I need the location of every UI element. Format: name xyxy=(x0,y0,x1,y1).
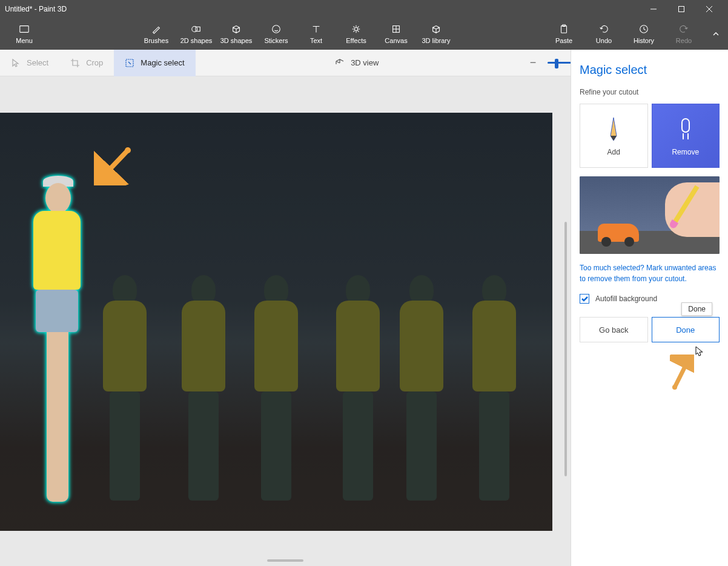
2d-shapes-tool[interactable]: 2D shapes xyxy=(176,18,216,50)
svg-line-19 xyxy=(675,361,688,387)
svg-rect-6 xyxy=(196,27,200,31)
canvas[interactable] xyxy=(0,113,552,531)
background-person xyxy=(103,275,147,501)
window-title: Untitled* - Paint 3D xyxy=(5,5,640,13)
background-person xyxy=(400,275,443,501)
magic-select-button[interactable]: Magic select xyxy=(114,50,195,76)
brushes-tool[interactable]: Brushes xyxy=(136,18,176,50)
demo-illustration xyxy=(580,176,720,254)
zoom-out-button[interactable]: − xyxy=(527,56,539,69)
panel-title: Magic select xyxy=(580,63,720,77)
background-person xyxy=(336,275,380,501)
horizontal-scrollbar[interactable] xyxy=(0,555,571,566)
svg-rect-1 xyxy=(679,7,684,12)
3d-view-button[interactable]: 3D view xyxy=(324,50,389,76)
minimize-button[interactable] xyxy=(640,0,667,18)
undo-button[interactable]: Undo xyxy=(584,18,624,50)
svg-rect-4 xyxy=(20,26,28,33)
3d-library-tool[interactable]: 3D library xyxy=(416,18,456,50)
background-person xyxy=(472,275,516,501)
close-button[interactable] xyxy=(695,0,723,18)
background-person xyxy=(182,275,225,501)
redo-button: Redo xyxy=(664,18,704,50)
annotation-arrow-icon xyxy=(670,355,694,393)
panel-subtitle: Refine your cutout xyxy=(580,88,720,96)
ribbon-right: Paste Undo History Redo xyxy=(544,18,704,50)
cursor-icon xyxy=(695,346,704,359)
text-tool[interactable]: Text xyxy=(296,18,336,50)
title-bar: Untitled* - Paint 3D xyxy=(0,0,728,18)
svg-rect-16 xyxy=(682,119,689,132)
go-back-button[interactable]: Go back xyxy=(580,317,648,342)
ribbon-tools: Brushes 2D shapes 3D shapes Stickers Tex… xyxy=(136,18,456,50)
svg-line-14 xyxy=(105,150,128,175)
annotation-arrow-icon xyxy=(94,143,136,188)
svg-point-7 xyxy=(273,25,280,33)
maximize-button[interactable] xyxy=(667,0,695,18)
done-button[interactable]: Done xyxy=(652,317,720,342)
checkbox-icon xyxy=(580,294,589,304)
canvas-tool[interactable]: Canvas xyxy=(376,18,416,50)
svg-point-8 xyxy=(354,27,357,30)
selected-cutout[interactable] xyxy=(33,176,81,502)
done-tooltip: Done xyxy=(681,302,712,316)
menu-button[interactable]: Menu xyxy=(0,18,48,50)
remove-tool[interactable]: Remove xyxy=(652,104,720,168)
panel-description: Too much selected? Mark unwanted areas t… xyxy=(580,262,720,284)
background-person xyxy=(254,275,298,501)
paste-button[interactable]: Paste xyxy=(544,18,584,50)
3d-shapes-tool[interactable]: 3D shapes xyxy=(216,18,256,50)
svg-point-15 xyxy=(125,147,131,153)
history-button[interactable]: History xyxy=(624,18,664,50)
side-panel: Magic select Refine your cutout Add Remo… xyxy=(571,50,728,566)
vertical-scrollbar[interactable] xyxy=(564,222,567,476)
ribbon: Menu Brushes 2D shapes 3D shapes Sticker… xyxy=(0,18,728,50)
crop-button: Crop xyxy=(59,50,114,76)
add-tool[interactable]: Add xyxy=(580,104,648,168)
expand-ribbon-button[interactable] xyxy=(704,18,728,50)
svg-rect-10 xyxy=(561,26,567,33)
effects-tool[interactable]: Effects xyxy=(336,18,376,50)
svg-point-20 xyxy=(672,385,677,390)
canvas-area xyxy=(0,76,571,566)
stickers-tool[interactable]: Stickers xyxy=(256,18,296,50)
select-button: Select xyxy=(0,50,59,76)
